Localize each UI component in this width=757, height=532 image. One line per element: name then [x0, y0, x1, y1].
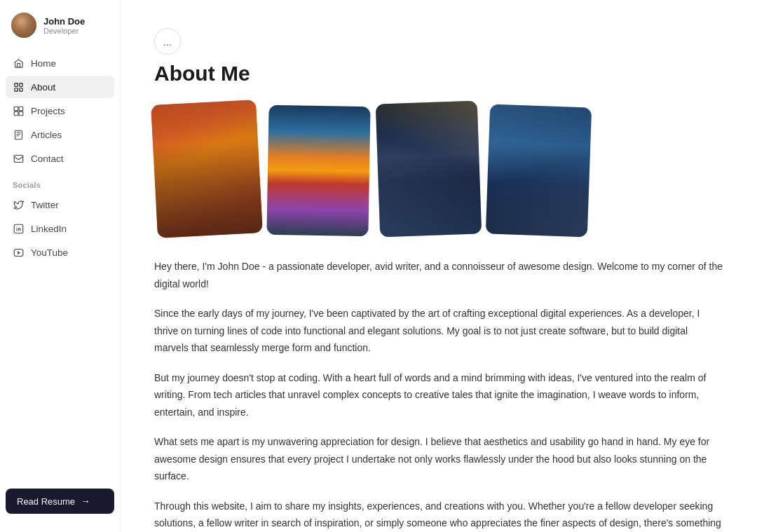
- socials-label: Socials: [0, 171, 120, 193]
- profile-text: John Doe Developer: [43, 16, 85, 35]
- sidebar-item-projects[interactable]: Projects: [6, 100, 114, 122]
- nav-section: Home About Projects Articles Contact: [0, 52, 120, 171]
- sidebar-item-about-label: About: [31, 82, 55, 93]
- mail-icon: [13, 153, 24, 164]
- home-icon: [13, 57, 24, 69]
- page-header-icon: ...: [154, 28, 181, 55]
- sidebar-item-linkedin[interactable]: LinkedIn: [6, 217, 114, 240]
- linkedin-icon: [13, 223, 24, 234]
- read-resume-label: Read Resume: [17, 496, 75, 507]
- svg-marker-12: [18, 251, 20, 254]
- arrow-right-icon: →: [81, 496, 90, 507]
- photo-1: [151, 100, 263, 238]
- sidebar-item-articles[interactable]: Articles: [6, 123, 114, 146]
- read-resume-button[interactable]: Read Resume →: [6, 489, 114, 514]
- file-icon: [13, 129, 24, 140]
- sidebar-item-home-label: Home: [31, 58, 56, 69]
- sidebar-item-youtube[interactable]: YouTube: [6, 241, 114, 264]
- svg-rect-7: [19, 111, 23, 116]
- about-paragraph-2: Since the early days of my journey, I've…: [154, 305, 723, 357]
- page-title: About Me: [154, 62, 723, 86]
- sidebar-item-youtube-label: YouTube: [31, 247, 68, 258]
- sidebar-item-twitter[interactable]: Twitter: [6, 193, 114, 216]
- youtube-icon: [13, 247, 24, 258]
- about-paragraph-4: What sets me apart is my unwavering appr…: [154, 433, 723, 485]
- photo-2: [266, 105, 370, 237]
- sidebar-item-contact[interactable]: Contact: [6, 147, 114, 170]
- svg-rect-4: [14, 107, 18, 111]
- sidebar-item-linkedin-label: LinkedIn: [31, 224, 67, 234]
- socials-section: Twitter LinkedIn YouTube: [0, 193, 120, 265]
- sidebar-item-projects-label: Projects: [31, 106, 65, 116]
- sidebar-item-twitter-label: Twitter: [31, 200, 59, 210]
- svg-rect-1: [19, 83, 22, 86]
- sidebar-item-about[interactable]: About: [6, 76, 114, 98]
- sidebar-item-articles-label: Articles: [31, 130, 62, 140]
- grid-icon: [13, 105, 24, 116]
- about-text: Hey there, I'm John Doe - a passionate d…: [154, 258, 723, 532]
- ellipsis-icon: ...: [163, 36, 172, 48]
- sidebar-bottom: Read Resume →: [0, 489, 120, 519]
- profile-name: John Doe: [43, 16, 85, 27]
- user-icon: [13, 81, 24, 93]
- profile-role: Developer: [43, 27, 85, 35]
- photo-3: [376, 101, 482, 238]
- svg-rect-2: [19, 88, 22, 90]
- sidebar-item-contact-label: Contact: [31, 154, 64, 164]
- avatar: [11, 13, 36, 38]
- svg-rect-3: [14, 88, 17, 90]
- about-paragraph-3: But my journey doesn't stop at coding. W…: [154, 369, 723, 421]
- about-paragraph-1: Hey there, I'm John Doe - a passionate d…: [154, 258, 723, 292]
- about-paragraph-5: Through this website, I aim to share my …: [154, 498, 723, 533]
- profile-area: John Doe Developer: [0, 13, 120, 52]
- main-content: ... About Me Hey there, I'm John Doe - a…: [121, 0, 757, 532]
- sidebar-item-home[interactable]: Home: [6, 52, 114, 74]
- svg-rect-6: [14, 111, 18, 116]
- svg-rect-8: [15, 130, 22, 139]
- svg-rect-0: [14, 83, 17, 86]
- photos-row: [154, 102, 723, 236]
- svg-rect-5: [19, 107, 23, 111]
- svg-rect-9: [14, 155, 23, 162]
- twitter-icon: [13, 199, 24, 210]
- sidebar: John Doe Developer Home About Projects: [0, 0, 121, 532]
- photo-4: [486, 104, 592, 238]
